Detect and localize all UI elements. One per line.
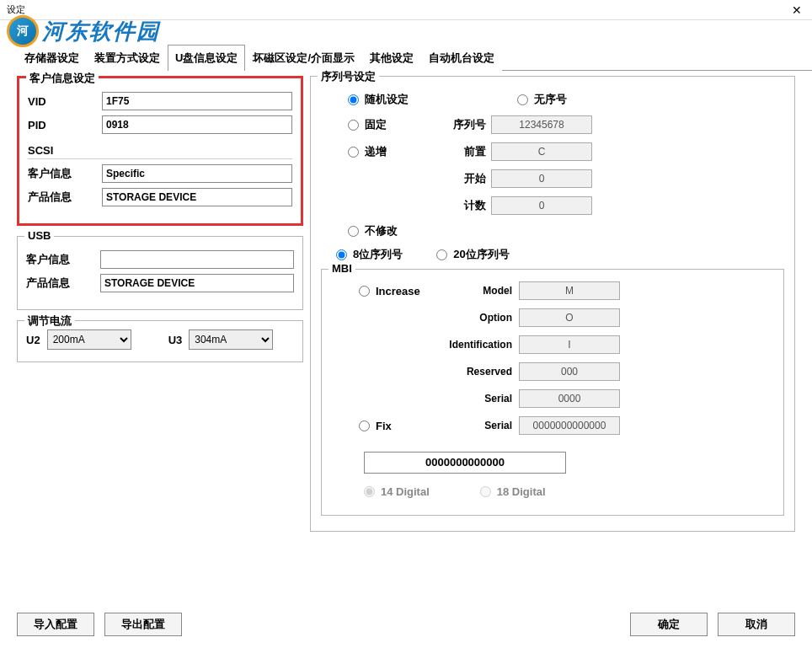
fix-serial-value: 0000000000000 <box>519 416 620 435</box>
logo-text: 河东软件园 <box>42 17 160 46</box>
scsi-prod-input[interactable] <box>102 188 292 206</box>
logo: 河 河东软件园 <box>7 15 160 47</box>
left-column: 客户信息设定 VID PID SCSI 客户信息 产品信息 USB 客户信息 <box>17 76 303 542</box>
usb-legend: USB <box>24 229 54 242</box>
mbi-fieldset: MBI Increase Model M Option O Identifica… <box>321 269 784 516</box>
radio-fixed[interactable]: 固定 <box>348 117 424 132</box>
fix-serial-label: Serial <box>435 420 519 431</box>
radio-random[interactable]: 随机设定 <box>348 92 424 107</box>
usb-prod-label: 产品信息 <box>26 276 100 291</box>
reserved-label: Reserved <box>435 366 519 378</box>
bottom-bar: 导入配置 导出配置 确定 取消 <box>17 613 795 636</box>
u2-label: U2 <box>26 334 40 346</box>
tab-device-mode[interactable]: 装置方式设定 <box>87 45 168 71</box>
fixed-serial-value: 12345678 <box>491 115 592 134</box>
pid-input[interactable] <box>102 115 292 134</box>
tab-auto[interactable]: 自动机台设定 <box>421 45 502 71</box>
pid-label: PID <box>28 119 102 131</box>
radio-14digital[interactable]: 14 Digital <box>364 485 430 498</box>
reserved-value: 000 <box>519 362 620 381</box>
radio-8digit[interactable]: 8位序列号 <box>336 247 403 262</box>
scsi-prod-label: 产品信息 <box>28 190 102 205</box>
option-value: O <box>519 308 620 327</box>
radio-nomod[interactable]: 不修改 <box>348 223 424 238</box>
count-value: 0 <box>491 196 592 215</box>
tab-badblock[interactable]: 坏磁区设定/介面显示 <box>245 45 362 71</box>
usb-cust-input[interactable] <box>100 250 294 269</box>
tab-usb-info[interactable]: U盘信息设定 <box>168 45 245 71</box>
radio-20digit[interactable]: 20位序列号 <box>436 247 509 262</box>
right-column: 序列号设定 随机设定 无序号 固定 序列号 12345678 递增 前置 C 开… <box>310 76 795 542</box>
scsi-cust-label: 客户信息 <box>28 166 102 181</box>
usb-fieldset: USB 客户信息 产品信息 <box>17 236 303 310</box>
u3-label: U3 <box>168 334 183 346</box>
mbi-legend: MBI <box>329 262 355 275</box>
tab-storage[interactable]: 存储器设定 <box>17 45 87 71</box>
radio-none[interactable]: 无序号 <box>517 92 567 107</box>
ident-label: Identification <box>435 339 519 351</box>
vid-label: VID <box>28 95 102 108</box>
model-value: M <box>519 281 620 300</box>
serial-value: 0000 <box>519 389 620 408</box>
prefix-label: 前置 <box>424 144 491 159</box>
tab-bar: 存储器设定 装置方式设定 U盘信息设定 坏磁区设定/介面显示 其他设定 自动机台… <box>17 44 812 71</box>
tab-other[interactable]: 其他设定 <box>362 45 421 71</box>
customer-fieldset: 客户信息设定 VID PID SCSI 客户信息 产品信息 <box>17 76 303 226</box>
option-label: Option <box>435 312 519 324</box>
radio-increase[interactable]: Increase <box>359 285 435 297</box>
usb-cust-label: 客户信息 <box>26 252 100 267</box>
model-label: Model <box>435 285 519 297</box>
prefix-value: C <box>491 142 592 161</box>
big-serial-box: 0000000000000 <box>364 452 566 474</box>
serial-legend: 序列号设定 <box>318 69 379 84</box>
current-legend: 调节电流 <box>24 313 75 329</box>
ok-button[interactable]: 确定 <box>630 613 708 636</box>
customer-legend: 客户信息设定 <box>26 71 99 86</box>
scsi-label: SCSI <box>28 144 292 159</box>
start-label: 开始 <box>424 171 491 186</box>
serial-label: Serial <box>435 393 519 404</box>
export-button[interactable]: 导出配置 <box>104 613 182 636</box>
u3-select[interactable]: 304mA <box>189 329 273 350</box>
count-label: 计数 <box>424 198 491 213</box>
logo-icon: 河 <box>7 15 39 47</box>
start-value: 0 <box>491 169 592 188</box>
usb-prod-input[interactable] <box>100 274 294 292</box>
radio-fix[interactable]: Fix <box>359 420 435 432</box>
scsi-cust-input[interactable] <box>102 164 292 183</box>
window-title: 设定 <box>7 3 25 16</box>
serial-fieldset: 序列号设定 随机设定 无序号 固定 序列号 12345678 递增 前置 C 开… <box>310 76 795 532</box>
import-button[interactable]: 导入配置 <box>17 613 94 636</box>
ident-value: I <box>519 335 620 354</box>
u2-select[interactable]: 200mA <box>47 329 131 350</box>
fixed-serial-label: 序列号 <box>424 117 491 132</box>
radio-18digital[interactable]: 18 Digital <box>480 485 546 498</box>
content-area: 客户信息设定 VID PID SCSI 客户信息 产品信息 USB 客户信息 <box>0 71 812 547</box>
cancel-button[interactable]: 取消 <box>718 613 795 636</box>
current-fieldset: 调节电流 U2 200mA U3 304mA <box>17 320 303 362</box>
vid-input[interactable] <box>102 92 292 110</box>
radio-increment[interactable]: 递增 <box>348 144 424 159</box>
close-icon[interactable]: ✕ <box>788 3 805 17</box>
